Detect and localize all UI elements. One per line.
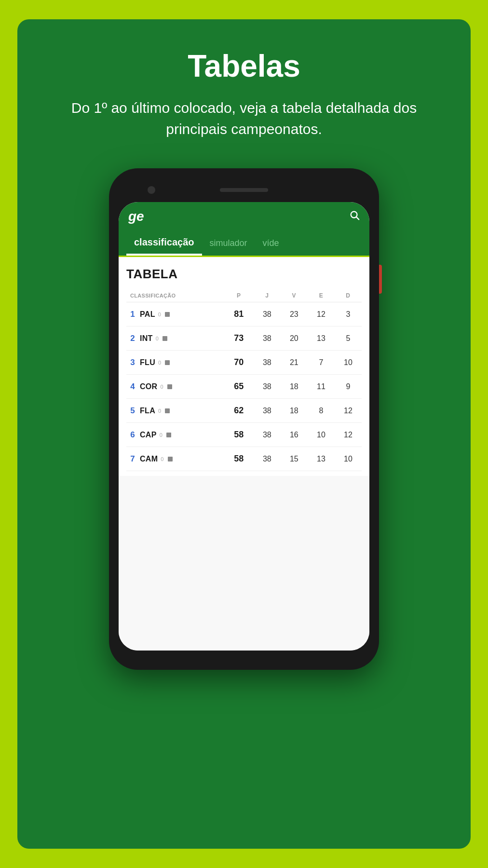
e-cell: 8 [308,399,335,423]
mini-square-icon [167,384,172,389]
mini-square-icon [166,433,171,437]
tab-bar: classificação simulador víde [119,231,369,257]
rank-cell: 2 [126,326,138,351]
page-subtitle: Do 1º ao último colocado, veja a tabela … [61,97,427,139]
app-logo: ge [128,209,144,224]
svg-line-1 [356,217,359,219]
table-title: TABELA [126,267,362,282]
tab-simulador[interactable]: simulador [202,232,255,254]
standings-table: CLASSIFICAÇÃO P J V E D 1 PAL [126,289,362,471]
points-cell: 58 [224,447,254,471]
page-headline: Tabelas [188,48,300,84]
mini-square-icon [165,360,170,365]
phone-speaker [220,188,268,192]
badge-count: 0 [156,336,159,341]
table-row[interactable]: 3 FLU 0 70 38 21 7 10 [126,351,362,375]
badge-count: 0 [158,360,161,366]
col-header-e: E [308,289,335,302]
team-cell: COR 0 [138,375,224,399]
badge-count: 0 [158,408,161,414]
e-cell: 11 [308,375,335,399]
mini-square-icon [163,336,167,341]
v-cell: 15 [281,447,308,471]
d-cell: 5 [335,326,362,351]
d-cell: 10 [335,447,362,471]
d-cell: 12 [335,399,362,423]
table-row[interactable]: 4 COR 0 65 38 18 11 9 [126,375,362,399]
v-cell: 16 [281,423,308,447]
badge-count: 0 [158,312,161,317]
v-cell: 18 [281,399,308,423]
table-row[interactable]: 5 FLA 0 62 38 18 8 12 [126,399,362,423]
e-cell: 10 [308,423,335,447]
team-cell: FLA 0 [138,399,224,423]
team-cell: CAP 0 [138,423,224,447]
search-icon[interactable] [349,210,360,223]
col-header-d: D [335,289,362,302]
points-cell: 62 [224,399,254,423]
app-content: TABELA CLASSIFICAÇÃO P J V E D [119,257,369,651]
e-cell: 12 [308,302,335,326]
j-cell: 38 [254,326,281,351]
e-cell: 13 [308,447,335,471]
badge-count: 0 [160,384,163,390]
d-cell: 10 [335,351,362,375]
points-cell: 73 [224,326,254,351]
v-cell: 21 [281,351,308,375]
col-header-v: V [281,289,308,302]
points-cell: 65 [224,375,254,399]
rank-cell: 5 [126,399,138,423]
j-cell: 38 [254,375,281,399]
col-header-classification: CLASSIFICAÇÃO [126,289,224,302]
tab-videos[interactable]: víde [255,232,287,254]
team-cell: PAL 0 [138,302,224,326]
tab-classificacao[interactable]: classificação [126,231,202,256]
phone-camera-icon [148,186,155,194]
j-cell: 38 [254,351,281,375]
team-cell: FLU 0 [138,351,224,375]
app-header: ge [119,202,369,231]
mini-square-icon [168,457,173,461]
rank-cell: 4 [126,375,138,399]
points-cell: 70 [224,351,254,375]
phone-mockup: ge classificação simulador víde TABELA [109,168,379,670]
table-row[interactable]: 1 PAL 0 81 38 23 12 3 [126,302,362,326]
outer-container: Tabelas Do 1º ao último colocado, veja a… [17,19,471,849]
table-row[interactable]: 7 CAM 0 58 38 15 13 10 [126,447,362,471]
team-cell: CAM 0 [138,447,224,471]
team-cell: INT 0 [138,326,224,351]
v-cell: 23 [281,302,308,326]
table-section: TABELA CLASSIFICAÇÃO P J V E D [119,257,369,476]
mini-square-icon [165,408,170,413]
j-cell: 38 [254,447,281,471]
table-row[interactable]: 6 CAP 0 58 38 16 10 12 [126,423,362,447]
rank-cell: 6 [126,423,138,447]
j-cell: 38 [254,423,281,447]
rank-cell: 3 [126,351,138,375]
col-header-j: J [254,289,281,302]
e-cell: 7 [308,351,335,375]
d-cell: 3 [335,302,362,326]
phone-screen: ge classificação simulador víde TABELA [119,202,369,651]
rank-cell: 7 [126,447,138,471]
points-cell: 81 [224,302,254,326]
phone-top-bar [119,178,369,202]
mini-square-icon [165,312,170,317]
j-cell: 38 [254,302,281,326]
phone-side-button [379,265,382,294]
v-cell: 20 [281,326,308,351]
d-cell: 12 [335,423,362,447]
v-cell: 18 [281,375,308,399]
badge-count: 0 [160,432,163,438]
badge-count: 0 [161,456,163,462]
e-cell: 13 [308,326,335,351]
d-cell: 9 [335,375,362,399]
j-cell: 38 [254,399,281,423]
points-cell: 58 [224,423,254,447]
table-row[interactable]: 2 INT 0 73 38 20 13 5 [126,326,362,351]
col-header-p: P [224,289,254,302]
rank-cell: 1 [126,302,138,326]
